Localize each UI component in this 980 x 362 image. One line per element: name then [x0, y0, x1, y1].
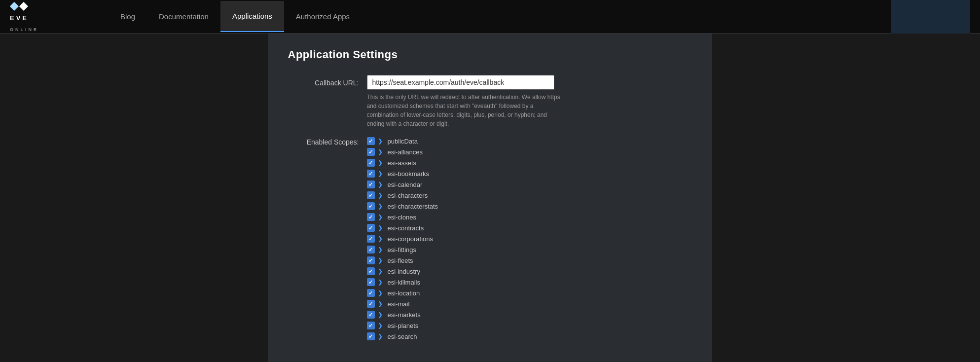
scope-chevron-icon: ❯: [378, 257, 385, 264]
scope-chevron-icon: ❯: [378, 235, 385, 242]
nav-links: Blog Documentation Applications Authoriz…: [109, 1, 362, 32]
scope-name: esi-location: [388, 290, 420, 297]
scope-chevron-icon: ❯: [378, 268, 385, 275]
scope-item: ❯esi-mail: [367, 299, 438, 309]
scope-item: ❯esi-characterstats: [367, 201, 438, 211]
scope-name: esi-bookmarks: [388, 170, 430, 178]
scope-checkbox[interactable]: [367, 332, 375, 340]
callback-url-label: Callback URL:: [288, 75, 367, 87]
scope-item: ❯publicData: [367, 136, 438, 146]
scope-chevron-icon: ❯: [378, 279, 385, 286]
scope-chevron-icon: ❯: [378, 311, 385, 318]
scope-checkbox[interactable]: [367, 267, 375, 275]
scope-chevron-icon: ❯: [378, 333, 385, 340]
callback-url-input[interactable]: [367, 75, 554, 90]
scope-chevron-icon: ❯: [378, 138, 385, 145]
scope-checkbox[interactable]: [367, 300, 375, 308]
scope-item: ❯esi-fleets: [367, 255, 438, 265]
scope-chevron-icon: ❯: [378, 192, 385, 199]
scope-chevron-icon: ❯: [378, 181, 385, 188]
scope-chevron-icon: ❯: [378, 300, 385, 307]
scope-item: ❯esi-markets: [367, 310, 438, 320]
scope-name: esi-contracts: [388, 224, 424, 232]
callback-url-help-text: This is the only URL we will redirect to…: [367, 93, 564, 128]
scope-item: ❯esi-characters: [367, 190, 438, 200]
scope-name: publicData: [388, 138, 418, 145]
logo-title: ◆◆ EVE ONLINE: [10, 0, 38, 33]
scope-item: ❯esi-contracts: [367, 223, 438, 233]
main-content: Application Settings Callback URL: This …: [268, 34, 712, 362]
scope-item: ❯esi-industry: [367, 266, 438, 276]
nav-blog[interactable]: Blog: [109, 1, 147, 32]
scope-name: esi-assets: [388, 159, 417, 167]
scope-item: ❯esi-location: [367, 288, 438, 298]
scope-chevron-icon: ❯: [378, 290, 385, 296]
scope-checkbox[interactable]: [367, 322, 375, 329]
enabled-scopes-label: Enabled Scopes:: [288, 136, 367, 146]
scope-chevron-icon: ❯: [378, 170, 385, 177]
scope-checkbox[interactable]: [367, 256, 375, 264]
scope-checkbox[interactable]: [367, 235, 375, 243]
scopes-list: ❯publicData❯esi-alliances❯esi-assets❯esi…: [367, 136, 438, 341]
scope-chevron-icon: ❯: [378, 203, 385, 210]
nav-applications[interactable]: Applications: [220, 1, 284, 32]
nav-right-area: [891, 0, 970, 34]
scope-checkbox[interactable]: [367, 181, 375, 188]
scope-chevron-icon: ❯: [378, 159, 385, 166]
callback-url-row: Callback URL: This is the only URL we wi…: [288, 75, 692, 128]
page-title: Application Settings: [288, 48, 692, 61]
scope-item: ❯esi-search: [367, 331, 438, 341]
scope-checkbox[interactable]: [367, 213, 375, 221]
scope-item: ❯esi-killmails: [367, 277, 438, 287]
scope-name: esi-corporations: [388, 235, 434, 243]
scope-checkbox[interactable]: [367, 159, 375, 167]
top-navigation: ◆◆ EVE ONLINE Blog Documentation Applica…: [0, 0, 980, 34]
scope-name: esi-characterstats: [388, 203, 438, 210]
nav-documentation[interactable]: Documentation: [147, 1, 220, 32]
scope-checkbox[interactable]: [367, 311, 375, 319]
scope-name: esi-clones: [388, 214, 417, 221]
scope-item: ❯esi-bookmarks: [367, 169, 438, 179]
scope-name: esi-mail: [388, 300, 410, 308]
scope-name: esi-fittings: [388, 246, 417, 253]
scope-checkbox[interactable]: [367, 170, 375, 178]
scope-checkbox[interactable]: [367, 137, 375, 145]
callback-url-field-area: This is the only URL we will redirect to…: [367, 75, 692, 128]
scope-chevron-icon: ❯: [378, 148, 385, 155]
scope-item: ❯esi-clones: [367, 212, 438, 222]
scope-name: esi-characters: [388, 192, 428, 199]
scope-name: esi-search: [388, 333, 417, 340]
scope-name: esi-calendar: [388, 181, 423, 188]
scope-chevron-icon: ❯: [378, 322, 385, 329]
scope-item: ❯esi-planets: [367, 321, 438, 330]
scope-checkbox[interactable]: [367, 202, 375, 210]
scope-name: esi-alliances: [388, 148, 423, 156]
scope-checkbox[interactable]: [367, 224, 375, 232]
scope-name: esi-killmails: [388, 279, 420, 286]
scope-item: ❯esi-corporations: [367, 234, 438, 244]
scope-chevron-icon: ❯: [378, 214, 385, 220]
scope-item: ❯esi-assets: [367, 158, 438, 168]
scope-checkbox[interactable]: [367, 246, 375, 253]
scope-name: esi-planets: [388, 322, 419, 329]
scope-chevron-icon: ❯: [378, 224, 385, 231]
scope-item: ❯esi-alliances: [367, 147, 438, 157]
enabled-scopes-row: Enabled Scopes: ❯publicData❯esi-alliance…: [288, 136, 692, 341]
scope-name: esi-fleets: [388, 257, 413, 264]
scope-checkbox[interactable]: [367, 289, 375, 297]
scope-checkbox[interactable]: [367, 278, 375, 286]
scope-checkbox[interactable]: [367, 191, 375, 199]
scope-chevron-icon: ❯: [378, 246, 385, 253]
scope-checkbox[interactable]: [367, 148, 375, 156]
scope-name: esi-industry: [388, 268, 420, 275]
nav-authorized-apps[interactable]: Authorized Apps: [284, 1, 362, 32]
scope-name: esi-markets: [388, 311, 421, 319]
scope-item: ❯esi-fittings: [367, 245, 438, 254]
scope-item: ❯esi-calendar: [367, 180, 438, 189]
logo: ◆◆ EVE ONLINE: [10, 0, 89, 33]
